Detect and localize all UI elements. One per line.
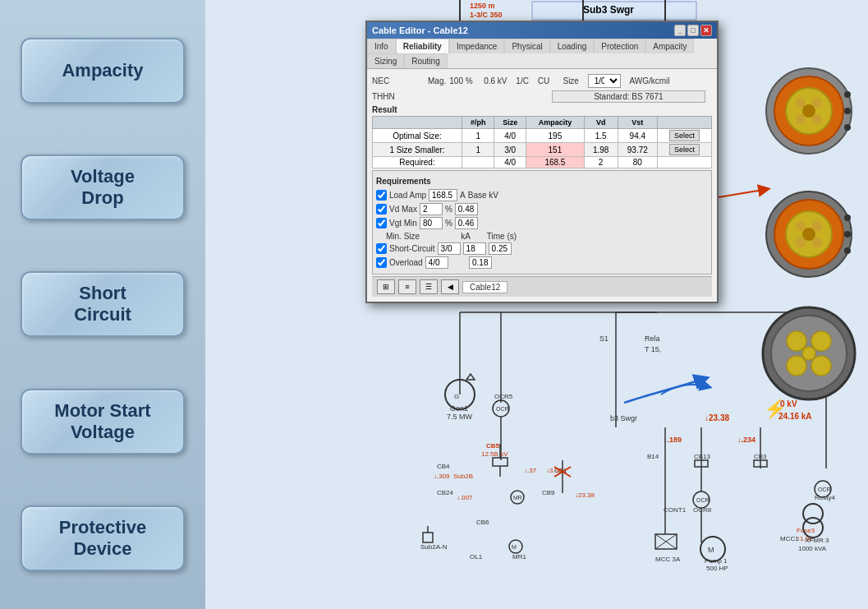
optimal-select-button[interactable]: Select <box>669 130 700 141</box>
req-checkboxes: Load Amp A Base kV Vd Max % <box>376 187 708 270</box>
req-base-kv-label: Base kV <box>468 191 498 200</box>
maximize-button[interactable]: □ <box>687 25 699 36</box>
req-vd-max-base[interactable] <box>455 203 478 215</box>
result-table: #/ph Size Ampacity Vd Vst Optimal Size: … <box>372 116 712 168</box>
tab-loading[interactable]: Loading <box>550 39 595 53</box>
svg-text:OCR8: OCR8 <box>693 506 712 514</box>
req-load-amp-check[interactable] <box>376 190 387 201</box>
col-size: Size <box>494 117 526 129</box>
svg-text:Gen1: Gen1 <box>450 404 468 413</box>
tab-info[interactable]: Info <box>367 39 396 53</box>
nec-row: NEC Mag. 100 % 0.6 kV 1/C CU Size 1/02/0… <box>372 74 712 88</box>
sidebar-btn-protective-device[interactable]: ProtectiveDevice <box>21 505 185 571</box>
result-section-title: Result <box>372 105 712 114</box>
cable-editor-title: Cable Editor - Cable12 <box>372 25 468 35</box>
svg-text:Relay4: Relay4 <box>815 494 835 501</box>
smaller-size: 3/0 <box>494 143 526 157</box>
svg-text:OCR5: OCR5 <box>494 393 513 400</box>
svg-text:b3 Swgr: b3 Swgr <box>610 414 637 422</box>
req-vgt-min-value[interactable] <box>420 217 443 229</box>
req-kA-label: kA <box>461 232 471 241</box>
size-select[interactable]: 1/02/03/04/0 <box>588 74 621 88</box>
toolbar-btn-list[interactable]: ☰ <box>420 279 438 294</box>
req-sc-size[interactable] <box>438 242 461 255</box>
col-ph: #/ph <box>462 117 494 129</box>
smaller-ph: 1 <box>462 143 494 157</box>
main-content: Sub3 Swgr 1250 m 1-3/C 350 0.4%Vd T22 5 … <box>205 0 868 609</box>
tab-sizing[interactable]: Sizing <box>367 53 404 68</box>
svg-point-130 <box>796 98 806 108</box>
tab-physical[interactable]: Physical <box>504 39 549 53</box>
svg-text:CB4: CB4 <box>437 463 450 470</box>
required-action <box>658 157 712 168</box>
req-ol-size[interactable] <box>425 256 448 269</box>
svg-point-144 <box>812 238 822 247</box>
req-vd-max-value[interactable] <box>420 203 443 215</box>
cable-cross-1 <box>755 66 862 159</box>
req-ol-time[interactable] <box>469 256 492 269</box>
col-ampacity: Ampacity <box>526 117 585 129</box>
toolbar-btn-back[interactable]: ◀ <box>441 279 459 294</box>
svg-text:Fuse3: Fuse3 <box>797 527 815 534</box>
svg-text:MCC 3A: MCC 3A <box>655 556 681 563</box>
req-sc-kA[interactable] <box>463 242 486 255</box>
svg-text:12.5B kV: 12.5B kV <box>481 450 508 458</box>
optimal-size: 4/0 <box>494 129 526 143</box>
standard-label: Standard: BS 7671 <box>552 90 705 103</box>
thhn-label: THHN <box>372 92 395 101</box>
sidebar-btn-short-circuit[interactable]: ShortCircuit <box>21 271 185 337</box>
optimal-row: Optimal Size: 1 4/0 195 1.5 94.4 Select <box>373 129 712 143</box>
nec-label: NEC <box>372 76 389 85</box>
smaller-vst: 93.72 <box>618 143 658 157</box>
required-vst: 80 <box>618 157 658 168</box>
optimal-ph: 1 <box>462 129 494 143</box>
smaller-row: 1 Size Smaller: 1 3/0 151 1.98 93.72 Sel… <box>373 143 712 157</box>
toolbar-btn-calc[interactable]: ≡ <box>398 279 416 294</box>
svg-text:↓.189: ↓.189 <box>664 436 682 444</box>
tab-impedance[interactable]: Impedance <box>449 39 504 53</box>
svg-text:MR1: MR1 <box>512 553 526 561</box>
toolbar-btn-grid[interactable]: ⊞ <box>377 279 395 294</box>
req-sc-time[interactable] <box>489 242 512 255</box>
svg-point-145 <box>844 215 851 221</box>
req-load-amp-value[interactable] <box>429 189 457 201</box>
svg-point-140 <box>802 228 815 241</box>
sidebar-btn-ampacity[interactable]: Ampacity <box>21 38 185 104</box>
req-vd-max-row: Vd Max % <box>376 203 708 215</box>
svg-text:7.5 MW: 7.5 MW <box>447 413 473 421</box>
svg-text:↓23.38: ↓23.38 <box>705 413 729 422</box>
svg-text:CB24: CB24 <box>437 489 454 496</box>
tab-routing[interactable]: Routing <box>404 53 447 68</box>
tab-ampacity[interactable]: Ampacity <box>645 39 694 53</box>
minimize-button[interactable]: _ <box>674 25 686 36</box>
req-vd-max-check[interactable] <box>376 204 387 215</box>
sidebar-btn-motor-start-voltage[interactable]: Motor StartVoltage <box>21 389 185 454</box>
col-vd: Vd <box>584 117 618 129</box>
svg-point-141 <box>796 221 806 231</box>
svg-text:CB6: CB6 <box>476 519 489 526</box>
optimal-vst: 94.4 <box>618 129 658 143</box>
svg-text:Sub2B: Sub2B <box>453 473 473 480</box>
tab-reliability[interactable]: Reliability <box>396 39 449 53</box>
svg-text:G: G <box>454 393 459 400</box>
req-sc-check[interactable] <box>376 243 387 254</box>
tab-protection[interactable]: Protection <box>594 39 645 53</box>
size-label: Size <box>563 76 578 85</box>
req-ol-check[interactable] <box>376 257 387 268</box>
req-vgt-min-check[interactable] <box>376 218 387 228</box>
sidebar-btn-voltage-drop[interactable]: VoltageDrop <box>21 155 185 220</box>
svg-text:OL1: OL1 <box>470 553 483 561</box>
smaller-select-button[interactable]: Select <box>669 144 700 155</box>
req-headers-row: Min. Size kA Time (s) <box>376 232 708 241</box>
mag-label: Mag. <box>428 76 446 85</box>
svg-text:CB13: CB13 <box>694 453 711 460</box>
svg-text:CB9: CB9 <box>542 489 555 496</box>
unit-value: AWG/kcmil <box>629 76 669 85</box>
close-button[interactable]: ✕ <box>700 25 712 36</box>
svg-point-151 <box>811 331 831 351</box>
req-vgt-min-base[interactable] <box>455 217 478 229</box>
required-size: 4/0 <box>494 157 526 168</box>
req-min-size-label: Min. Size <box>386 232 420 241</box>
requirements-title: Requirements <box>376 177 708 186</box>
svg-text:XFMR 3: XFMR 3 <box>805 537 829 544</box>
